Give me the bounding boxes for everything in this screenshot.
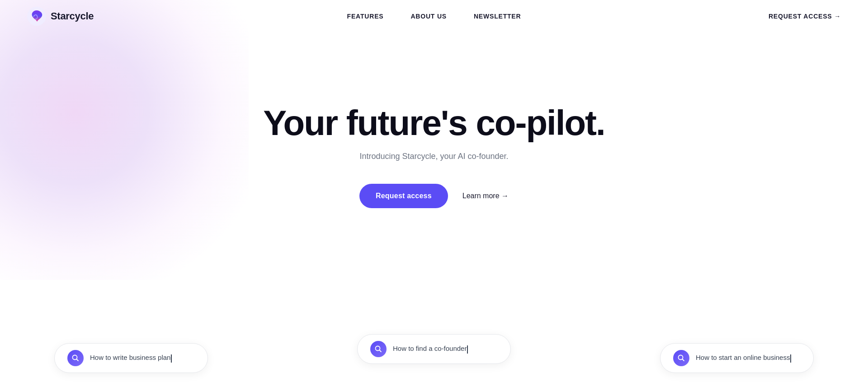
svg-line-6 <box>683 359 684 361</box>
nav-features[interactable]: FEATURES <box>347 13 384 20</box>
search-text-left: How to write business plan <box>90 354 172 362</box>
hero-title: Your future's co-pilot. <box>263 105 604 142</box>
request-access-nav[interactable]: REQUEST ACCESS → <box>769 13 841 20</box>
hero-section: Your future's co-pilot. Introducing Star… <box>0 33 868 208</box>
nav-right: REQUEST ACCESS → <box>769 13 841 20</box>
logo[interactable]: Starcycle <box>27 7 94 26</box>
learn-more-button[interactable]: Learn more → <box>462 192 509 200</box>
nav-links: FEATURES ABOUT US NEWSLETTER <box>347 13 521 20</box>
cursor-middle <box>467 345 468 354</box>
search-card-left: How to write business plan <box>54 343 208 373</box>
logo-icon <box>27 7 46 26</box>
hero-subtitle: Introducing Starcycle, your AI co-founde… <box>359 152 508 161</box>
bottom-cards: How to write business plan How to find a… <box>0 337 868 382</box>
search-card-right: How to start an online business <box>660 343 814 373</box>
search-card-middle: How to find a co-founder <box>357 334 511 364</box>
cursor-right <box>790 354 791 363</box>
search-text-right: How to start an online business <box>696 354 791 362</box>
nav-newsletter[interactable]: NEWSLETTER <box>474 13 521 20</box>
cursor-left <box>171 354 172 363</box>
search-icon-left <box>67 350 84 366</box>
search-icon-right <box>673 350 689 366</box>
logo-text: Starcycle <box>51 10 94 22</box>
navbar: Starcycle FEATURES ABOUT US NEWSLETTER R… <box>0 0 868 33</box>
svg-line-4 <box>380 350 382 352</box>
request-access-button[interactable]: Request access <box>359 184 448 208</box>
search-text-middle: How to find a co-founder <box>393 345 468 353</box>
hero-buttons: Request access Learn more → <box>359 184 509 208</box>
nav-about[interactable]: ABOUT US <box>410 13 447 20</box>
svg-line-2 <box>77 359 79 361</box>
search-icon-middle <box>370 341 387 357</box>
